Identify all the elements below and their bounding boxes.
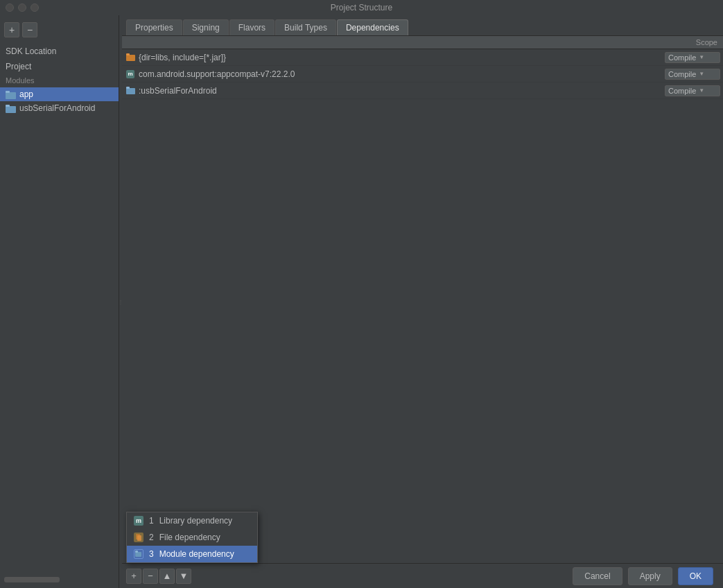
- cancel-button[interactable]: Cancel: [573, 567, 622, 585]
- menu-item-file-dep[interactable]: 2 File dependency: [127, 529, 257, 546]
- module-dep-badge: [134, 549, 143, 559]
- table-row[interactable]: {dir=libs, include=[*.jar]} Compile ▼: [122, 49, 723, 66]
- sidebar-action-bar: + −: [0, 19, 119, 43]
- svg-rect-0: [6, 92, 16, 99]
- chevron-down-icon: ▼: [699, 71, 704, 77]
- menu-item-number-2: 2: [149, 533, 154, 542]
- svg-rect-2: [6, 106, 16, 113]
- scope-dropdown-1[interactable]: Compile ▼: [665, 69, 720, 80]
- scope-dropdown-2[interactable]: Compile ▼: [665, 85, 720, 96]
- modules-section-label: Modules: [0, 74, 119, 87]
- sidebar: + − SDK Location Project Modules app us: [0, 15, 119, 588]
- row-name-2: :usbSerialForAndroid: [136, 83, 626, 98]
- sidebar-item-usb[interactable]: usbSerialForAndroid: [0, 101, 119, 115]
- file-dep-badge: [134, 533, 143, 542]
- row-name-1: com.android.support:appcompat-v7:22.2.0: [136, 67, 626, 82]
- sidebar-item-usb-label: usbSerialForAndroid: [19, 103, 95, 113]
- svg-rect-9: [137, 535, 141, 541]
- menu-item-number-3: 3: [149, 549, 154, 559]
- menu-item-number-1: 1: [149, 516, 154, 526]
- remove-dependency-button[interactable]: −: [143, 569, 158, 584]
- row-icon-module: [122, 87, 136, 95]
- add-dependency-button[interactable]: +: [126, 569, 141, 584]
- svg-rect-11: [135, 551, 138, 553]
- move-down-button[interactable]: ▼: [176, 569, 191, 584]
- scope-dropdown-0[interactable]: Compile ▼: [665, 52, 720, 63]
- svg-rect-3: [6, 105, 10, 107]
- table-header: Scope: [122, 36, 723, 49]
- menu-item-module-label: Module dependency: [159, 549, 234, 559]
- ok-button[interactable]: OK: [678, 567, 713, 585]
- minimize-button[interactable]: [18, 3, 26, 12]
- window-title: Project Structure: [331, 3, 392, 12]
- move-up-button[interactable]: ▲: [159, 569, 175, 584]
- svg-rect-4: [126, 55, 135, 61]
- menu-item-module-dep[interactable]: 3 Module dependency: [127, 546, 257, 562]
- maximize-button[interactable]: [31, 3, 39, 12]
- tab-flavors[interactable]: Flavors: [229, 19, 275, 35]
- folder-icon-usb: [6, 104, 17, 113]
- scope-value-0: Compile: [668, 53, 696, 62]
- menu-item-library-dep[interactable]: m 1 Library dependency: [127, 512, 257, 529]
- tab-bar: Properties Signing Flavors Build Types D…: [122, 15, 723, 36]
- context-menu: m 1 Library dependency 2 File dependency: [126, 512, 258, 563]
- svg-rect-5: [126, 53, 130, 55]
- folder-icon-app: [6, 90, 17, 99]
- tab-signing[interactable]: Signing: [183, 19, 229, 35]
- scope-value-2: Compile: [668, 87, 696, 95]
- row-icon-maven: m: [122, 70, 136, 78]
- svg-rect-1: [6, 91, 10, 93]
- content-area: Properties Signing Flavors Build Types D…: [122, 15, 723, 588]
- library-dep-badge: m: [134, 516, 143, 526]
- sidebar-item-project[interactable]: Project: [0, 60, 119, 74]
- table-container: Scope {dir=libs, include=[*.jar]} Compil…: [122, 36, 723, 563]
- svg-rect-7: [126, 87, 130, 89]
- action-buttons: Cancel Apply OK: [573, 567, 719, 585]
- sidebar-item-sdk-location[interactable]: SDK Location: [0, 43, 119, 60]
- row-scope-1: Compile ▼: [626, 69, 723, 80]
- table-row[interactable]: :usbSerialForAndroid Compile ▼: [122, 83, 723, 99]
- menu-item-library-label: Library dependency: [159, 516, 232, 526]
- scope-value-1: Compile: [668, 70, 696, 78]
- tab-build-types[interactable]: Build Types: [275, 19, 336, 35]
- row-icon-folder: [122, 53, 136, 62]
- menu-item-file-label: File dependency: [159, 533, 220, 542]
- chevron-down-icon: ▼: [699, 54, 704, 60]
- remove-module-button[interactable]: −: [22, 22, 37, 37]
- main-container: + − SDK Location Project Modules app us: [0, 15, 723, 588]
- tab-properties[interactable]: Properties: [126, 19, 182, 35]
- bottom-toolbar: + − ▲ ▼ m 1 Library dependency: [122, 563, 723, 588]
- svg-rect-10: [135, 552, 141, 557]
- svg-rect-6: [126, 88, 135, 94]
- add-module-button[interactable]: +: [4, 22, 19, 37]
- apply-button[interactable]: Apply: [628, 567, 672, 585]
- row-scope-0: Compile ▼: [626, 52, 723, 63]
- table-row[interactable]: m com.android.support:appcompat-v7:22.2.…: [122, 66, 723, 83]
- sidebar-item-app[interactable]: app: [0, 87, 119, 101]
- tab-dependencies[interactable]: Dependencies: [337, 19, 408, 35]
- row-scope-2: Compile ▼: [626, 85, 723, 96]
- sidebar-scrollbar[interactable]: [4, 577, 60, 582]
- title-bar: Project Structure: [0, 0, 723, 15]
- col-scope-header: Scope: [626, 38, 723, 46]
- chevron-down-icon: ▼: [699, 87, 704, 94]
- close-button[interactable]: [6, 3, 14, 12]
- row-name-0: {dir=libs, include=[*.jar]}: [136, 50, 626, 65]
- sidebar-item-app-label: app: [19, 89, 33, 99]
- traffic-lights: [6, 3, 39, 12]
